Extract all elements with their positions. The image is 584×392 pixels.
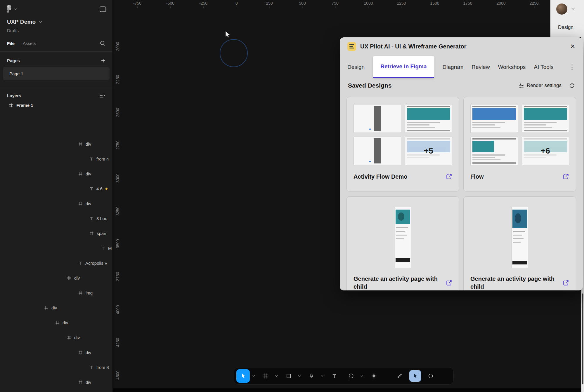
- layer-row[interactable]: M: [0, 241, 112, 256]
- tab-design[interactable]: Design: [347, 64, 365, 70]
- layer-row[interactable]: Acropolis V: [0, 256, 112, 271]
- sliders-icon: [519, 83, 524, 88]
- open-in-figma-icon[interactable]: [446, 173, 452, 180]
- comment-tool-button[interactable]: [344, 369, 358, 383]
- move-tool-chevron-icon[interactable]: [252, 375, 256, 377]
- add-page-icon[interactable]: [101, 58, 105, 63]
- layers-tree: div from 4 div 4.6★ div 3 hou span M Acr…: [0, 137, 112, 390]
- tab-file[interactable]: File: [7, 41, 15, 46]
- move-tool-button[interactable]: [236, 369, 250, 383]
- project-title[interactable]: UXP Demo: [7, 19, 36, 25]
- collapse-sidebar-icon[interactable]: [100, 6, 106, 12]
- pen-tool-button[interactable]: [305, 369, 318, 383]
- h-ruler-mark: -250: [199, 1, 207, 6]
- v-ruler-mark: 4000: [115, 304, 120, 316]
- comment-tool-chevron-icon[interactable]: [360, 375, 364, 377]
- text-layer-icon: [90, 157, 93, 161]
- h-ruler-mark: -500: [166, 1, 174, 6]
- layers-options-icon[interactable]: [100, 93, 105, 98]
- tab-diagram[interactable]: Diagram: [443, 64, 464, 70]
- layer-row[interactable]: from 4: [0, 151, 112, 166]
- figma-logo-icon[interactable]: [6, 5, 12, 13]
- cursor-pointer-icon: [223, 30, 231, 39]
- tab-design-mode[interactable]: Design: [558, 25, 573, 30]
- vertical-scrollbar[interactable]: [582, 293, 583, 384]
- pen-tool-chevron-icon[interactable]: [320, 375, 324, 377]
- search-icon[interactable]: [100, 41, 105, 46]
- close-icon[interactable]: ✕: [570, 43, 575, 50]
- saved-design-card[interactable]: Generate an activity page with child: [463, 196, 576, 290]
- layer-row[interactable]: 4.6★: [0, 181, 112, 196]
- tab-ai-tools[interactable]: AI Tools: [534, 64, 553, 70]
- refresh-icon[interactable]: [569, 83, 575, 88]
- layer-frame-1[interactable]: Frame 1: [0, 103, 112, 108]
- h-ruler-mark: 2250: [529, 1, 538, 6]
- tab-workshops[interactable]: Workshops: [498, 64, 526, 70]
- design-thumbnail: [353, 137, 401, 165]
- plugin-logo-icon: [347, 42, 356, 51]
- layer-row[interactable]: div: [0, 375, 112, 390]
- layer-row[interactable]: from 8: [0, 360, 112, 375]
- more-options-icon[interactable]: ⋮: [569, 63, 575, 71]
- chevron-down-icon[interactable]: [39, 21, 42, 23]
- comment-bubble-icon: [349, 373, 354, 379]
- open-in-figma-icon[interactable]: [446, 280, 452, 286]
- chevron-down-icon[interactable]: [14, 8, 17, 10]
- tab-assets[interactable]: Assets: [23, 41, 36, 46]
- layer-row[interactable]: div: [0, 166, 112, 181]
- dev-mode-toggle[interactable]: [409, 370, 421, 382]
- draw-tool-button[interactable]: [393, 369, 406, 383]
- chevron-down-icon[interactable]: [571, 8, 575, 10]
- container-icon: [56, 321, 59, 325]
- design-thumbnail: [353, 104, 401, 133]
- code-view-button[interactable]: [424, 369, 437, 383]
- top-right-panel: Design: [550, 0, 584, 37]
- layer-row[interactable]: div: [0, 315, 112, 330]
- design-thumbnail: +5: [405, 137, 453, 165]
- saved-design-card[interactable]: +5 Activity Flow Demo: [346, 97, 459, 191]
- v-ruler-mark: 2750: [115, 139, 120, 151]
- shape-tool-button[interactable]: [282, 369, 295, 383]
- layer-row[interactable]: div: [0, 300, 112, 315]
- pencil-icon: [397, 373, 402, 379]
- text-layer-icon: [90, 366, 93, 369]
- text-icon: [332, 374, 337, 379]
- layer-row[interactable]: div: [0, 345, 112, 360]
- frame-tool-button[interactable]: [259, 369, 273, 383]
- tab-retrieve-in-figma[interactable]: Retrieve in Figma: [373, 56, 434, 78]
- page-item-page1[interactable]: Page 1: [3, 67, 110, 80]
- layer-row[interactable]: div: [0, 137, 112, 151]
- layer-row[interactable]: span: [0, 226, 112, 241]
- canvas-edge: [113, 388, 584, 392]
- saved-design-card[interactable]: +6 Flow: [463, 97, 576, 191]
- design-title: Flow: [470, 173, 484, 180]
- design-title: Generate an activity page with child: [470, 275, 559, 290]
- frame-tool-chevron-icon[interactable]: [274, 375, 278, 377]
- pen-icon: [309, 373, 314, 379]
- layer-row[interactable]: div: [0, 196, 112, 211]
- saved-design-card[interactable]: Generate an activity page with child: [346, 196, 459, 290]
- layer-row[interactable]: div: [0, 271, 112, 285]
- open-in-figma-icon[interactable]: [563, 173, 569, 180]
- tab-review[interactable]: Review: [472, 64, 490, 70]
- text-layer-icon: [90, 217, 93, 220]
- avatar[interactable]: [556, 4, 567, 15]
- v-ruler-mark: 2500: [115, 107, 120, 118]
- open-in-figma-icon[interactable]: [563, 280, 569, 286]
- design-thumbnail: [522, 104, 569, 133]
- v-ruler-mark: 3750: [115, 271, 120, 282]
- h-ruler-mark: 1500: [430, 1, 439, 6]
- v-ruler-mark: 4250: [115, 337, 120, 348]
- text-tool-button[interactable]: [327, 369, 341, 383]
- render-settings-button[interactable]: Render settings: [519, 83, 562, 88]
- actions-tool-button[interactable]: [367, 369, 381, 383]
- design-thumbnail: [512, 207, 528, 268]
- layer-row[interactable]: img: [0, 285, 112, 300]
- container-icon: [79, 142, 82, 146]
- drawn-ellipse[interactable]: [220, 39, 248, 67]
- shape-tool-chevron-icon[interactable]: [297, 375, 301, 377]
- layer-row[interactable]: div: [0, 330, 112, 345]
- layer-row[interactable]: 3 hou: [0, 211, 112, 226]
- container-icon: [67, 336, 71, 339]
- container-icon: [79, 202, 82, 205]
